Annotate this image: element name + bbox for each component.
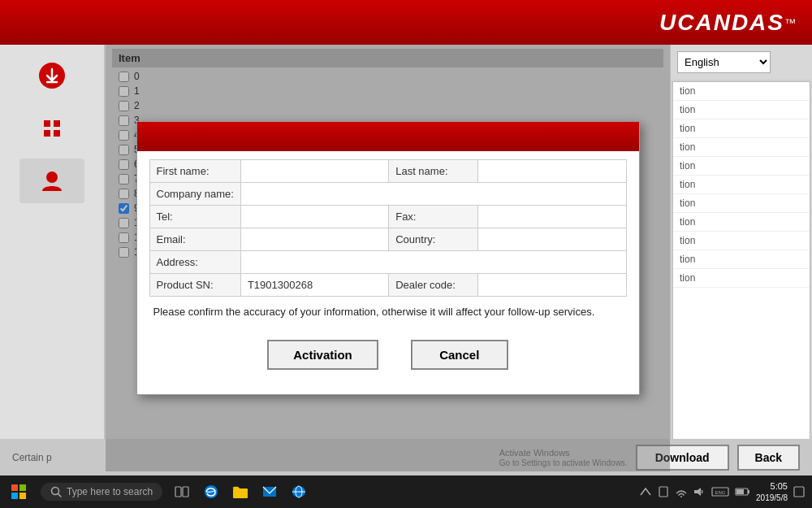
country-value[interactable] (478, 228, 626, 250)
svg-rect-2 (44, 120, 50, 127)
company-name-label: Company name: (149, 182, 240, 205)
address-label: Address: (149, 250, 240, 273)
sidebar-item-grid[interactable] (19, 106, 84, 150)
country-input[interactable] (485, 233, 619, 245)
email-value[interactable] (240, 228, 388, 250)
windows-taskbar: Type here to search (0, 475, 812, 508)
tel-value[interactable] (240, 205, 388, 228)
keyboard-icon: ENG (710, 485, 730, 498)
right-panel: English Chinese Spanish tiontiontiontion… (670, 45, 812, 471)
sidebar (0, 45, 106, 471)
product-sn-label: Product SN: (149, 273, 240, 296)
registration-dialog: First name: Last name: Company name: Tel… (136, 121, 640, 395)
last-name-label: Last name: (389, 159, 478, 182)
company-name-value[interactable] (240, 182, 626, 205)
start-button[interactable] (0, 475, 37, 508)
svg-marker-23 (694, 488, 701, 496)
volume-icon (693, 485, 706, 498)
last-name-input[interactable] (485, 165, 619, 177)
email-input[interactable] (248, 233, 382, 245)
logo: UCANDAS (659, 10, 784, 36)
back-button[interactable]: Back (737, 445, 800, 471)
sidebar-item-download[interactable] (19, 53, 84, 98)
tel-input[interactable] (248, 211, 382, 223)
list-item[interactable]: tion (673, 82, 810, 101)
list-item[interactable]: tion (673, 232, 810, 250)
dialog-footer: Activation Cancel (149, 328, 627, 386)
svg-rect-27 (748, 490, 749, 493)
country-label: Country: (389, 228, 478, 250)
system-clock: 5:05 2019/5/8 (756, 480, 788, 502)
address-input[interactable] (248, 256, 620, 268)
file-explorer-icon[interactable] (229, 480, 252, 503)
svg-rect-16 (233, 488, 248, 498)
product-sn-value: T1901300268 (240, 273, 388, 296)
fax-value[interactable] (478, 205, 626, 228)
dialog-header (137, 122, 639, 151)
table-row: Email: Country: (149, 228, 626, 250)
cancel-button[interactable]: Cancel (411, 340, 508, 370)
svg-rect-9 (11, 493, 18, 499)
svg-rect-8 (19, 484, 26, 491)
first-name-label: First name: (149, 159, 240, 182)
list-item[interactable]: tion (673, 101, 810, 119)
notification-icon[interactable] (793, 485, 806, 498)
last-name-value[interactable] (478, 159, 626, 182)
network-icon[interactable] (287, 480, 310, 503)
overlay: First name: Last name: Company name: Tel… (106, 45, 670, 471)
svg-rect-5 (54, 130, 60, 137)
tel-label: Tel: (149, 205, 240, 228)
svg-rect-21 (659, 487, 667, 497)
edge-icon[interactable] (200, 480, 222, 503)
svg-point-22 (680, 496, 682, 497)
email-label: Email: (149, 228, 240, 250)
activation-button[interactable]: Activation (267, 340, 378, 370)
svg-rect-3 (54, 120, 60, 127)
dealer-code-input[interactable] (485, 279, 619, 291)
form-table: First name: Last name: Company name: Tel… (149, 159, 627, 297)
list-item[interactable]: tion (673, 269, 810, 288)
svg-rect-28 (736, 489, 744, 494)
company-name-input[interactable] (248, 188, 620, 200)
tray-icon (639, 485, 652, 498)
right-list: tiontiontiontiontiontiontiontiontiontion… (672, 81, 810, 470)
sidebar-item-user[interactable] (19, 158, 84, 203)
language-dropdown[interactable]: English Chinese Spanish (677, 51, 771, 73)
top-bar: UCANDAS™ (0, 0, 812, 45)
list-item[interactable]: tion (673, 250, 810, 269)
svg-rect-29 (794, 487, 804, 497)
dialog-body: First name: Last name: Company name: Tel… (137, 151, 639, 394)
list-item[interactable]: tion (673, 119, 810, 138)
dealer-code-value[interactable] (478, 273, 626, 296)
warning-text: Please confirm the accuracy of your info… (153, 305, 623, 319)
search-bar[interactable]: Type here to search (41, 483, 162, 501)
table-row: Product SN: T1901300268 Dealer code: (149, 273, 626, 296)
main-area: Item 0123456789101112 First name: Last n… (0, 45, 812, 471)
list-item[interactable]: tion (673, 138, 810, 157)
table-row: Address: (149, 250, 626, 273)
svg-rect-4 (44, 130, 50, 137)
svg-line-12 (58, 494, 62, 497)
first-name-value[interactable] (240, 159, 388, 182)
first-name-input[interactable] (248, 165, 382, 177)
tablet-icon (657, 485, 670, 498)
mail-icon[interactable] (258, 480, 281, 503)
task-view-icon[interactable] (171, 480, 193, 503)
fax-input[interactable] (485, 211, 619, 223)
taskbar-right: ENG 5:05 2019/5/8 (639, 480, 812, 502)
list-item[interactable]: tion (673, 213, 810, 232)
logo-tm: ™ (784, 16, 796, 29)
language-selector: English Chinese Spanish (671, 45, 812, 80)
table-row: First name: Last name: (149, 159, 626, 182)
battery-icon (735, 485, 751, 498)
list-item[interactable]: tion (673, 157, 810, 176)
list-item[interactable]: tion (673, 176, 810, 194)
svg-text:ENG: ENG (715, 490, 726, 495)
fax-label: Fax: (389, 205, 478, 228)
content-area: Item 0123456789101112 First name: Last n… (106, 45, 670, 471)
wifi-icon (675, 485, 688, 498)
list-item[interactable]: tion (673, 194, 810, 213)
search-placeholder: Type here to search (67, 486, 153, 497)
dealer-code-label: Dealer code: (389, 273, 478, 296)
address-value[interactable] (240, 250, 626, 273)
